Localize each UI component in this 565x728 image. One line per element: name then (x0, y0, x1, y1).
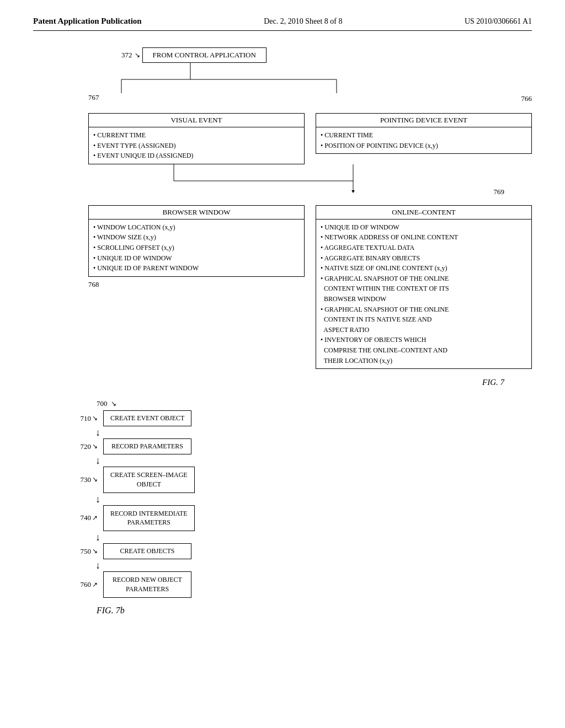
fc-row-720: 720 ↘ RECORD PARAMETERS (66, 438, 254, 454)
visual-event-body: • CURRENT TIME • EVENT TYPE (ASSIGNED) •… (89, 127, 304, 164)
arrow-750-760: ↓ (95, 559, 100, 571)
ref-740: 740 (66, 513, 91, 522)
from-control-box: FROM CONTROL APPLICATION (142, 47, 266, 63)
fig7-area: 372 ↘ FROM CONTROL APPLICATION (88, 47, 532, 387)
fc-row-760: 760 ↗ RECORD NEW OBJECTPARAMETERS (66, 571, 254, 598)
arrow-740-750: ↓ (95, 531, 100, 543)
fc-row-740: 740 ↗ RECORD INTERMEDIATEPARAMETERS (66, 505, 254, 532)
step-710-box: CREATE EVENT OBJECT (103, 410, 191, 426)
ref-760: 760 (66, 580, 91, 589)
header-publication: Patent Application Publication (33, 17, 142, 26)
fc-row-750: 750 ↘ CREATE OBJECTS (66, 543, 254, 559)
fc-row-730: 730 ↘ CREATE SCREEN–IMAGEOBJECT (66, 467, 254, 493)
browser-window-box: BROWSER WINDOW • WINDOW LOCATION (x,y) •… (88, 205, 305, 277)
ref-720: 720 (66, 442, 91, 451)
flowchart-7b: 710 ↘ CREATE EVENT OBJECT ↓ 720 ↘ RECORD… (66, 410, 254, 598)
pointing-device-body: • CURRENT TIME • POSITION OF POINTING DE… (316, 127, 531, 153)
fig7-top-connectors (88, 63, 475, 96)
visual-event-title: VISUAL EVENT (89, 114, 304, 127)
online-content-title: ONLINE–CONTENT (316, 206, 531, 220)
step-720-box: RECORD PARAMETERS (103, 438, 191, 454)
online-content-block: ONLINE–CONTENT • UNIQUE ID OF WINDOW • N… (316, 205, 532, 369)
visual-event-box: VISUAL EVENT • CURRENT TIME • EVENT TYPE… (88, 113, 305, 164)
ref-750: 750 (66, 547, 91, 556)
ref-372: 372 (121, 51, 132, 60)
browser-window-block: BROWSER WINDOW • WINDOW LOCATION (x,y) •… (88, 205, 305, 369)
fc-row-710: 710 ↘ CREATE EVENT OBJECT (66, 410, 254, 426)
fig7-row2: BROWSER WINDOW • WINDOW LOCATION (x,y) •… (88, 205, 532, 369)
header-date-sheet: Dec. 2, 2010 Sheet 8 of 8 (264, 17, 342, 26)
fig7-row1: VISUAL EVENT • CURRENT TIME • EVENT TYPE… (88, 113, 532, 164)
fig7b-area: 700 ↘ 710 ↘ CREATE EVENT OBJECT ↓ 720 ↘ … (66, 398, 254, 615)
arrow-730-740: ↓ (95, 493, 100, 505)
header-patent-number: US 2010/0306661 A1 (465, 17, 532, 26)
visual-event-block: VISUAL EVENT • CURRENT TIME • EVENT TYPE… (88, 113, 305, 164)
ref-769: 769 (494, 188, 505, 196)
browser-window-body: • WINDOW LOCATION (x,y) • WINDOW SIZE (x… (89, 220, 304, 276)
ref-766: 766 (521, 94, 532, 103)
ref-730: 730 (66, 475, 91, 484)
page-header: Patent Application Publication Dec. 2, 2… (33, 17, 532, 31)
ref-372-arrow: ↘ (135, 51, 140, 60)
page: Patent Application Publication Dec. 2, 2… (0, 0, 565, 728)
step-750-box: CREATE OBJECTS (103, 543, 191, 559)
fig7-label: FIG. 7 (88, 378, 532, 387)
step-730-box: CREATE SCREEN–IMAGEOBJECT (103, 467, 195, 493)
ref-710: 710 (66, 414, 91, 423)
online-content-body: • UNIQUE ID OF WINDOW • NETWORK ADDRESS … (316, 220, 531, 368)
fig7b-label: FIG. 7b (97, 606, 254, 615)
browser-window-title: BROWSER WINDOW (89, 206, 304, 220)
online-content-box: ONLINE–CONTENT • UNIQUE ID OF WINDOW • N… (316, 205, 532, 369)
ref-700: 700 (97, 399, 108, 408)
step-740-box: RECORD INTERMEDIATEPARAMETERS (103, 505, 195, 532)
arrow-710-720: ↓ (95, 426, 100, 438)
pointing-device-title: POINTING DEVICE EVENT (316, 114, 531, 127)
arrow-720-730: ↓ (95, 454, 100, 467)
ref-768: 768 (88, 280, 99, 288)
ref-767: 767 (88, 93, 99, 102)
pointing-device-box: POINTING DEVICE EVENT • CURRENT TIME • P… (316, 113, 532, 154)
pointing-device-block: POINTING DEVICE EVENT • CURRENT TIME • P… (316, 113, 532, 164)
step-760-box: RECORD NEW OBJECTPARAMETERS (103, 571, 191, 598)
